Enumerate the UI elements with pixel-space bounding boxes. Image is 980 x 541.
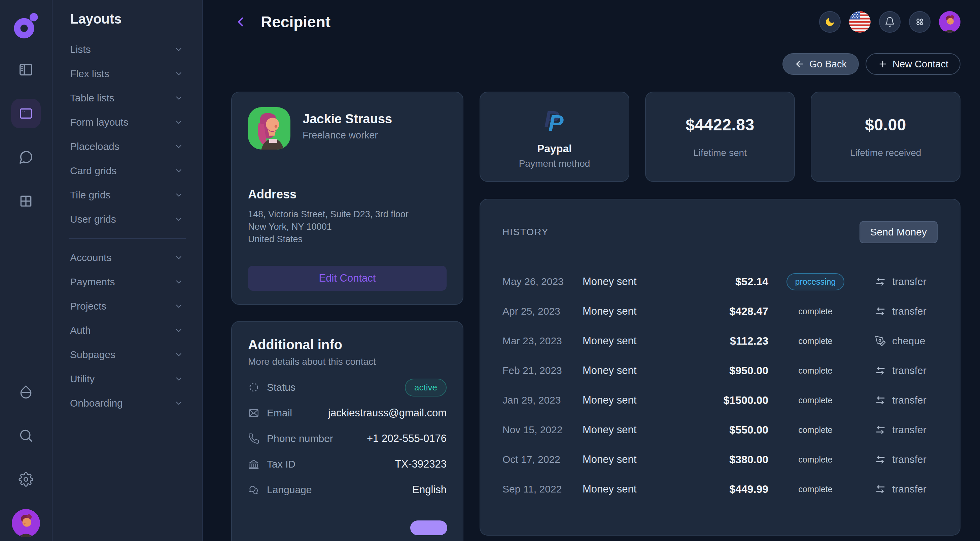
history-status: complete xyxy=(768,425,862,435)
moon-icon xyxy=(824,16,835,27)
sidebar-item-projects[interactable]: Projects xyxy=(52,294,202,318)
history-date: Mar 23, 2023 xyxy=(503,335,582,346)
sidebar-item-accounts[interactable]: Accounts xyxy=(52,246,202,270)
payment-method-label: Payment method xyxy=(519,158,590,169)
sidebar-item-subpages[interactable]: Subpages xyxy=(52,343,202,367)
tax-label: Tax ID xyxy=(267,458,296,470)
transfer-icon xyxy=(875,394,886,406)
go-back-label: Go Back xyxy=(810,59,847,70)
history-method[interactable]: transfer xyxy=(862,365,938,376)
sidebar-item-placeloads[interactable]: Placeloads xyxy=(52,134,202,159)
email-label: Email xyxy=(267,407,292,419)
settings-gear-icon[interactable] xyxy=(0,458,52,501)
sidebar-item-utility[interactable]: Utility xyxy=(52,367,202,391)
additional-info-title: Additional info xyxy=(248,337,447,353)
rail-user-avatar[interactable] xyxy=(0,501,52,541)
edit-contact-button[interactable]: Edit Contact xyxy=(248,266,447,291)
phone-icon xyxy=(248,433,259,444)
sidebar-item-label: User grids xyxy=(70,214,116,225)
new-contact-label: New Contact xyxy=(892,59,948,70)
sidebar-item-label: Card grids xyxy=(70,165,116,177)
history-status: complete xyxy=(768,366,862,376)
go-back-button[interactable]: Go Back xyxy=(783,53,859,75)
history-row[interactable]: Apr 25, 2023 Money sent $428.47 complete… xyxy=(503,297,938,326)
contact-name: Jackie Strauss xyxy=(302,112,392,126)
history-method[interactable]: transfer xyxy=(862,276,938,287)
chevron-down-icon xyxy=(174,215,183,224)
theme-droplet-icon[interactable] xyxy=(0,370,52,414)
partial-action-button[interactable] xyxy=(410,520,447,535)
additional-info-rows: Status active Email jackiestrauss@gmail.… xyxy=(248,375,447,503)
search-icon[interactable] xyxy=(0,414,52,458)
lifetime-sent-card: $4422.83 Lifetime sent xyxy=(645,92,795,182)
history-row[interactable]: Mar 23, 2023 Money sent $112.23 complete… xyxy=(503,326,938,356)
messages-icon[interactable] xyxy=(0,136,52,179)
history-row[interactable]: May 26, 2023 Money sent $52.14 processin… xyxy=(503,267,938,297)
history-date: Sep 11, 2022 xyxy=(503,484,582,495)
sidebar-item-label: Placeloads xyxy=(70,141,119,152)
sidebar-item-flex-lists[interactable]: Flex lists xyxy=(52,62,202,86)
left-column: Jackie Strauss Freelance worker Address … xyxy=(231,92,463,541)
rail-item-layouts[interactable] xyxy=(0,92,52,136)
sidebar-item-tile-grids[interactable]: Tile grids xyxy=(52,183,202,207)
tax-row: Tax ID TX-392323 xyxy=(248,452,447,477)
avatar xyxy=(939,11,961,33)
theme-toggle-button[interactable] xyxy=(819,11,841,33)
sidebar-item-label: Subpages xyxy=(70,349,115,361)
back-chevron-icon[interactable] xyxy=(233,14,248,29)
notifications-button[interactable] xyxy=(879,11,900,33)
sidebar-item-lists[interactable]: Lists xyxy=(52,37,202,62)
history-title: HISTORY xyxy=(503,227,549,238)
chevron-down-icon xyxy=(174,166,183,175)
history-row[interactable]: Jan 29, 2023 Money sent $1500.00 complet… xyxy=(503,385,938,415)
history-header: HISTORY Send Money xyxy=(503,221,938,243)
history-date: Nov 15, 2022 xyxy=(503,424,582,436)
history-method[interactable]: transfer xyxy=(862,394,938,406)
address-line: New York, NY 10001 xyxy=(248,221,447,233)
history-method-label: transfer xyxy=(892,306,926,317)
language-flag-button[interactable] xyxy=(849,11,870,33)
history-type: Money sent xyxy=(582,453,672,466)
sidebar-item-user-grids[interactable]: User grids xyxy=(52,207,202,231)
apps-button[interactable] xyxy=(909,11,931,33)
send-money-button[interactable]: Send Money xyxy=(859,221,938,243)
history-status: processing xyxy=(768,273,862,290)
new-contact-button[interactable]: New Contact xyxy=(865,53,961,75)
history-row[interactable]: Sep 11, 2022 Money sent $449.99 complete… xyxy=(503,474,938,504)
sidebar-item-payments[interactable]: Payments xyxy=(52,270,202,294)
history-method[interactable]: transfer xyxy=(862,484,938,495)
history-method[interactable]: transfer xyxy=(862,424,938,436)
history-method[interactable]: cheque xyxy=(862,335,938,346)
active-indicator xyxy=(11,99,41,128)
history-method-label: transfer xyxy=(892,365,926,376)
sidebar-item-form-layouts[interactable]: Form layouts xyxy=(52,110,202,134)
processing-badge: processing xyxy=(786,273,845,290)
grid-icon[interactable] xyxy=(0,179,52,223)
chevron-down-icon xyxy=(174,94,183,102)
sidebar-item-label: Table lists xyxy=(70,92,115,104)
address-line: United States xyxy=(248,233,447,246)
user-avatar-button[interactable] xyxy=(939,11,961,33)
main-content: Recipient xyxy=(203,0,980,541)
history-method[interactable]: transfer xyxy=(862,306,938,317)
sidebar-item-card-grids[interactable]: Card grids xyxy=(52,159,202,183)
status-circle-icon xyxy=(248,381,259,393)
contact-card: Jackie Strauss Freelance worker Address … xyxy=(231,92,463,305)
sidebar-toggle-icon[interactable] xyxy=(0,48,52,92)
history-row[interactable]: Oct 17, 2022 Money sent $380.00 complete… xyxy=(503,445,938,474)
history-type: Money sent xyxy=(582,394,672,406)
history-method[interactable]: transfer xyxy=(862,454,938,465)
history-date: May 26, 2023 xyxy=(503,276,582,287)
sidebar-item-table-lists[interactable]: Table lists xyxy=(52,86,202,110)
chevron-down-icon xyxy=(174,142,183,151)
history-amount: $112.23 xyxy=(672,335,768,347)
arrow-left-icon xyxy=(795,59,805,69)
history-row[interactable]: Feb 21, 2023 Money sent $950.00 complete… xyxy=(503,356,938,385)
sidebar-item-onboarding[interactable]: Onboarding xyxy=(52,391,202,415)
window-icon xyxy=(18,106,33,121)
history-amount: $550.00 xyxy=(672,424,768,436)
history-row[interactable]: Nov 15, 2022 Money sent $550.00 complete… xyxy=(503,415,938,445)
sidebar-item-auth[interactable]: Auth xyxy=(52,318,202,343)
history-status: complete xyxy=(768,484,862,494)
app-logo[interactable] xyxy=(12,4,40,48)
